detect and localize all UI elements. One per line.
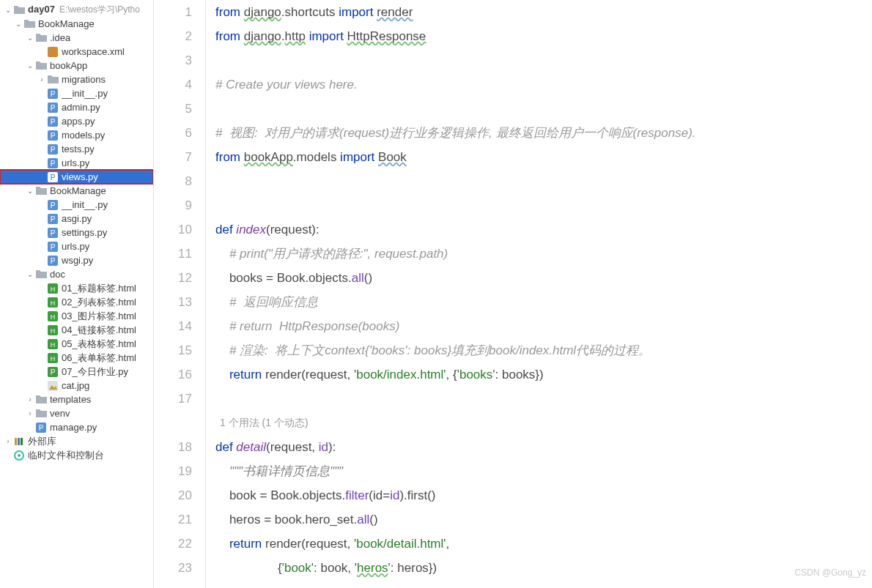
tree-item[interactable]: P__init__.py <box>0 86 153 100</box>
chevron-down-icon[interactable]: ⌄ <box>25 270 35 278</box>
token: http <box>285 29 306 43</box>
tree-item-label: __init__.py <box>62 199 108 210</box>
tree-item[interactable]: ›venv <box>0 406 153 420</box>
tree-item-label: BookManage <box>38 18 95 29</box>
code-editor[interactable]: 1234567891011121314151617 181920212223 f… <box>154 0 872 588</box>
code-line[interactable]: def index(request): <box>215 217 872 242</box>
code-line[interactable]: # Create your views here. <box>215 72 872 97</box>
tree-item[interactable]: ⌄bookApp <box>0 59 153 72</box>
project-tree-panel[interactable]: ⌄day07E:\westos学习\Pytho⌄BookManage⌄.idea… <box>0 0 154 588</box>
tree-item[interactable]: ⌄day07E:\westos学习\Pytho <box>0 3 153 17</box>
code-line[interactable]: # 视图: 对用户的请求(request)进行业务逻辑操作, 最终返回给用户一个… <box>215 121 872 145</box>
tree-item[interactable]: H04_链接标签.html <box>0 323 153 337</box>
code-line[interactable]: # 渲染: 将上下文context{'books': books}填充到book… <box>215 338 872 362</box>
tree-item[interactable]: ›templates <box>0 392 153 406</box>
tree-item[interactable]: Papps.py <box>0 114 153 128</box>
token: { <box>215 561 282 575</box>
code-line[interactable] <box>215 387 872 411</box>
token: bookApp <box>244 150 293 164</box>
line-number: 12 <box>154 266 192 290</box>
tree-item-selected[interactable]: Pviews.py <box>0 170 153 184</box>
tree-item[interactable]: Pasgi.py <box>0 212 153 226</box>
tree-item[interactable]: P__init__.py <box>0 198 153 212</box>
code-line[interactable]: from django.http import HttpResponse <box>215 24 872 48</box>
svg-text:P: P <box>51 174 56 182</box>
tree-item[interactable]: Pmodels.py <box>0 128 153 142</box>
chevron-down-icon[interactable]: ⌄ <box>25 187 35 195</box>
tree-item-label: cat.jpg <box>62 380 89 391</box>
code-line[interactable] <box>215 193 872 217</box>
tree-item[interactable]: ⌄doc <box>0 267 153 281</box>
code-line[interactable]: # 返回响应信息 <box>215 290 872 314</box>
code-area[interactable]: from django.shortcuts import renderfrom … <box>215 0 872 588</box>
tree-item-label: admin.py <box>62 102 100 113</box>
chevron-right-icon[interactable]: › <box>37 75 47 83</box>
svg-text:P: P <box>51 90 56 98</box>
code-line[interactable]: # print("用户请求的路径:", request.path) <box>215 242 872 266</box>
code-line[interactable]: heros = book.hero_set.all() <box>215 507 872 532</box>
svg-text:P: P <box>51 215 56 223</box>
token: """书籍详情页信息""" <box>229 464 343 478</box>
code-line[interactable]: """书籍详情页信息""" <box>215 459 872 483</box>
tree-item[interactable]: H01_标题标签.html <box>0 281 153 295</box>
tree-item-label: 06_表单标签.html <box>62 351 136 365</box>
chevron-down-icon[interactable]: ⌄ <box>13 20 23 28</box>
tree-item[interactable]: Pwsgi.py <box>0 253 153 267</box>
tree-item[interactable]: ⌄.idea <box>0 31 153 45</box>
code-line[interactable] <box>215 48 872 72</box>
line-number: 4 <box>154 72 192 97</box>
tree-item[interactable]: Ptests.py <box>0 142 153 156</box>
token: import <box>340 150 378 164</box>
chevron-down-icon[interactable]: ⌄ <box>25 34 35 42</box>
token: heros = book.hero_set. <box>215 513 357 526</box>
tree-item[interactable]: Purls.py <box>0 156 153 170</box>
tree-item[interactable]: 临时文件和控制台 <box>0 448 153 462</box>
tree-item[interactable]: H05_表格标签.html <box>0 337 153 351</box>
code-line[interactable]: # return HttpResponse(books) <box>215 314 872 338</box>
token: render(request, <box>265 537 354 551</box>
code-line[interactable] <box>215 97 872 121</box>
chevron-right-icon[interactable]: › <box>3 437 13 445</box>
tree-item[interactable]: ⌄BookManage <box>0 184 153 198</box>
chevron-right-icon[interactable]: › <box>25 409 35 417</box>
py-icon: P <box>47 171 59 183</box>
token: return <box>229 368 265 382</box>
tree-item[interactable]: Purls.py <box>0 239 153 253</box>
chevron-down-icon[interactable]: ⌄ <box>3 6 13 14</box>
code-line[interactable]: return render(request, 'book/detail.html… <box>215 532 872 556</box>
token: () <box>369 513 377 526</box>
code-line[interactable]: book = Book.objects.filter(id=id).first(… <box>215 483 872 507</box>
token: .shortcuts <box>281 5 339 19</box>
tree-item[interactable]: H06_表单标签.html <box>0 351 153 365</box>
chevron-down-icon[interactable]: ⌄ <box>25 62 35 70</box>
tree-item[interactable]: ›migrations <box>0 72 153 86</box>
chevron-right-icon[interactable]: › <box>25 395 35 403</box>
tree-item[interactable]: workspace.xml <box>0 45 153 59</box>
tree-item[interactable]: Pmanage.py <box>0 420 153 434</box>
line-number: 10 <box>154 217 192 242</box>
tree-item[interactable]: P07_今日作业.py <box>0 365 153 379</box>
token: index <box>236 223 266 237</box>
tree-item[interactable]: cat.jpg <box>0 379 153 392</box>
code-line[interactable]: books = Book.objects.all() <box>215 266 872 290</box>
tree-item[interactable]: ›外部库 <box>0 434 153 448</box>
code-line[interactable]: def detail(request, id): <box>215 435 872 459</box>
token <box>215 319 229 333</box>
tree-item[interactable]: ⌄BookManage <box>0 17 153 31</box>
code-line[interactable]: {'book': book, 'heros': heros}) <box>215 556 872 580</box>
code-line[interactable] <box>215 169 872 193</box>
tree-item[interactable]: Psettings.py <box>0 226 153 239</box>
code-line[interactable]: from django.shortcuts import render <box>215 0 872 24</box>
usages-hint[interactable]: 1 个用法 (1 个动态) <box>215 411 872 435</box>
tree-item[interactable]: H02_列表标签.html <box>0 295 153 309</box>
py-icon: P <box>47 130 59 141</box>
token: (request): <box>266 223 319 237</box>
line-number: 17 <box>154 387 192 411</box>
img-icon <box>47 380 59 392</box>
tree-item[interactable]: H03_图片标签.html <box>0 309 153 323</box>
tree-item-label: wsgi.py <box>62 255 93 266</box>
lib-icon <box>13 436 25 447</box>
code-line[interactable]: return render(request, 'book/index.html'… <box>215 362 872 387</box>
tree-item[interactable]: Padmin.py <box>0 100 153 114</box>
code-line[interactable]: from bookApp.models import Book <box>215 145 872 169</box>
